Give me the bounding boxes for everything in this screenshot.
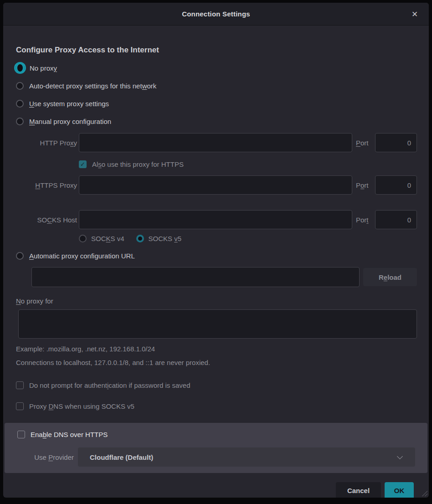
radio-no-proxy-label: No proxy [30,64,57,72]
https-proxy-row: HTTPS Proxy Port [16,175,417,195]
checkbox-icon [17,431,25,438]
dialog-title: Connection Settings [182,10,250,18]
socks-host-row: SOCKS Host Port [16,210,417,229]
https-port-label: Port [356,181,373,189]
radio-icon [79,235,87,242]
socks-port-input[interactable] [375,210,417,229]
https-proxy-label: HTTPS Proxy [16,181,77,189]
provider-dropdown[interactable]: Cloudflare (Default) [78,447,415,467]
radio-no-proxy[interactable]: No proxy [16,62,417,74]
use-provider-label: Use Provider [13,453,74,461]
ok-button[interactable]: OK [385,482,414,498]
checkbox-icon [16,381,24,389]
http-proxy-input[interactable] [79,133,352,152]
radio-auto-detect-label: Auto-detect proxy settings for this netw… [29,82,156,90]
checkbox-icon: ✓ [79,160,87,168]
http-port-label: Port [356,139,373,147]
radio-icon [16,100,24,108]
http-proxy-label: HTTP Proxy [16,139,77,147]
provider-dropdown-value: Cloudflare (Default) [90,453,153,461]
radio-socks-v4-label: SOCKS v4 [91,235,124,242]
radio-manual-proxy[interactable]: Manual proxy configuration [16,115,417,127]
chevron-down-icon [398,454,402,459]
proxy-dns-checkbox-row[interactable]: Proxy DNS when using SOCKS v5 [16,400,417,412]
close-icon[interactable]: ✕ [409,8,421,20]
radio-icon [136,235,144,242]
no-proxy-for-textarea[interactable] [18,309,417,339]
https-port-input[interactable] [375,175,417,195]
localhost-note-text: Connections to localhost, 127.0.0.1/8, a… [16,359,417,366]
no-prompt-auth-label: Do not prompt for authentication if pass… [29,381,190,389]
reload-button[interactable]: Reload [363,268,417,286]
proxy-mode-list: No proxy Auto-detect proxy settings for … [16,62,417,127]
socks-version-radios: SOCKS v4 SOCKS v5 [79,235,417,242]
radio-autoconfig-label: Automatic proxy configuration URL [29,252,135,260]
dialog-content: Configure Proxy Access to the Internet N… [3,46,429,412]
socks-host-input[interactable] [79,210,352,229]
provider-row: Use Provider Cloudflare (Default) [13,447,415,467]
no-prompt-auth-checkbox-row[interactable]: Do not prompt for authentication if pass… [16,379,417,391]
no-proxy-for-label: No proxy for [16,297,417,305]
radio-system-proxy-label: Use system proxy settings [29,100,109,108]
radio-manual-proxy-label: Manual proxy configuration [29,118,111,125]
enable-doh-checkbox-row[interactable]: Enable DNS over HTTPS [17,428,415,440]
radio-socks-v5[interactable]: SOCKS v5 [136,235,182,242]
radio-socks-v4[interactable]: SOCKS v4 [79,235,124,242]
cancel-button[interactable]: Cancel [336,482,381,498]
also-https-label: Also use this proxy for HTTPS [92,160,184,168]
radio-auto-detect[interactable]: Auto-detect proxy settings for this netw… [16,80,417,92]
http-port-input[interactable] [375,133,417,152]
page-title: Configure Proxy Access to the Internet [16,46,417,55]
radio-system-proxy[interactable]: Use system proxy settings [16,98,417,109]
dns-over-https-section: Enable DNS over HTTPS Use Provider Cloud… [5,423,427,473]
radio-icon [14,62,26,74]
checkbox-icon [16,402,24,410]
dialog-footer: Cancel OK [3,478,429,498]
radio-icon [16,252,24,260]
autoconfig-url-input[interactable] [31,267,360,287]
radio-autoconfig-url[interactable]: Automatic proxy configuration URL [16,250,417,262]
http-proxy-row: HTTP Proxy Port [16,133,417,152]
connection-settings-dialog: Connection Settings ✕ Configure Proxy Ac… [3,3,429,498]
socks-host-label: SOCKS Host [16,216,77,224]
autoconfig-url-row: Reload [31,267,417,287]
radio-icon [16,118,24,125]
radio-icon [16,82,24,90]
radio-socks-v5-label: SOCKS v5 [149,235,182,242]
https-proxy-input[interactable] [79,175,352,195]
titlebar: Connection Settings ✕ [3,3,429,26]
enable-doh-label: Enable DNS over HTTPS [31,431,108,438]
socks-port-label: Port [356,216,373,224]
no-proxy-example-text: Example: .mozilla.org, .net.nz, 192.168.… [16,345,417,353]
proxy-dns-label: Proxy DNS when using SOCKS v5 [29,402,134,410]
also-https-checkbox-row[interactable]: ✓ Also use this proxy for HTTPS [79,158,417,170]
